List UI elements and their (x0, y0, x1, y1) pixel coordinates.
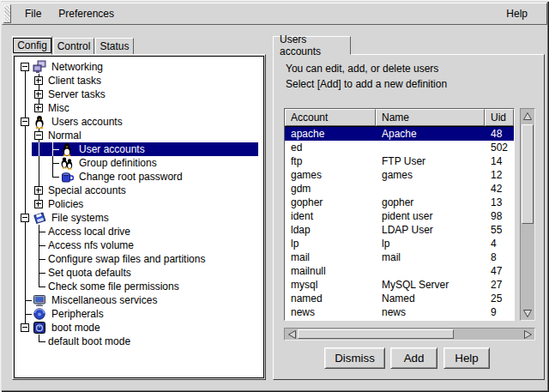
scroll-right-icon[interactable] (522, 329, 534, 340)
table-row[interactable]: mysqlMySQL Server27 (285, 278, 514, 292)
tree-item[interactable]: Policies (18, 197, 263, 211)
menubar-grip[interactable] (3, 4, 11, 23)
tree-guide (18, 87, 32, 101)
table-cell: news (376, 306, 485, 318)
tab-status[interactable]: Status (95, 38, 134, 55)
expand-icon[interactable] (34, 186, 43, 195)
tree-item[interactable]: Access local drive (18, 225, 263, 238)
tree-item[interactable]: Normal (18, 129, 263, 142)
description-line-1: You can edit, add, or delete users (286, 63, 438, 75)
tree-guide (18, 74, 32, 87)
column-header-account[interactable]: Account (285, 109, 376, 126)
expand-icon[interactable] (34, 200, 43, 208)
collapse-icon[interactable] (21, 214, 29, 222)
tree-item[interactable]: boot mode (18, 321, 263, 335)
table-cell: MySQL Server (376, 279, 485, 291)
tree-item[interactable]: Special accounts (18, 184, 263, 197)
table-cell: 55 (485, 224, 514, 236)
scroll-left-icon[interactable] (286, 329, 298, 340)
menu-preferences[interactable]: Preferences (50, 5, 123, 22)
misc-services-icon (33, 293, 46, 307)
tree-guide (32, 266, 45, 280)
table-row[interactable]: mailmail8 (285, 250, 514, 264)
tree-guide (32, 184, 45, 197)
tree-guide (32, 87, 45, 101)
tab-config-label: Config (13, 38, 51, 53)
tree-guide (18, 211, 32, 225)
tab-config[interactable]: Config (12, 36, 52, 55)
collapse-icon[interactable] (21, 323, 29, 332)
collapse-icon[interactable] (34, 131, 43, 140)
tree-item[interactable]: Users accounts (18, 115, 263, 129)
menu-help[interactable]: Help (498, 5, 536, 22)
tree-guide (18, 197, 32, 211)
tab-control[interactable]: Control (53, 38, 94, 55)
tree-item-label: default boot mode (45, 335, 133, 348)
tree-guide (32, 280, 45, 293)
column-header-name[interactable]: Name (376, 109, 485, 126)
table-row[interactable]: ed502 (285, 141, 514, 154)
tree-item[interactable]: Group definitions (18, 156, 263, 170)
table-row[interactable]: lplp4 (285, 237, 514, 250)
table-row[interactable]: gdm42 (285, 182, 514, 196)
tree-item[interactable]: Check some file permissions (18, 280, 263, 293)
linuxconf-window: File Preferences Help Config Control Sta… (0, 0, 549, 392)
table-row[interactable]: namedNamed25 (285, 292, 514, 305)
tree-guide (18, 293, 32, 307)
tree-guide (32, 238, 45, 252)
column-header-uid[interactable]: Uid (485, 109, 514, 126)
help-button[interactable]: Help (443, 347, 490, 369)
tree-item[interactable]: File systems (18, 211, 263, 225)
tree-guide (18, 184, 32, 197)
scroll-up-icon[interactable] (521, 110, 534, 122)
table-row[interactable]: apacheApache48 (285, 127, 514, 141)
add-button[interactable]: Add (390, 347, 437, 369)
table-row[interactable]: gophergopher13 (285, 196, 514, 209)
dismiss-button[interactable]: Dismiss (324, 347, 385, 369)
tree-item-label: File systems (49, 211, 112, 225)
table-row[interactable]: newsnews9 (285, 305, 514, 319)
vertical-scrollbar-thumb[interactable] (522, 124, 534, 224)
tree-item[interactable]: Configure swap files and partitions (18, 252, 263, 266)
table-row[interactable]: gamesgames12 (285, 168, 514, 182)
table-cell: 25 (485, 292, 514, 305)
collapse-icon[interactable] (21, 118, 29, 126)
menu-file[interactable]: File (16, 5, 50, 22)
horizontal-scrollbar[interactable] (284, 328, 535, 341)
tree-item-label: Configure swap files and partitions (45, 252, 208, 266)
expand-icon[interactable] (34, 76, 43, 85)
collapse-icon[interactable] (21, 63, 29, 71)
expand-icon[interactable] (34, 104, 43, 112)
tree-item[interactable]: Misc (18, 101, 263, 115)
vertical-scrollbar[interactable] (520, 108, 535, 321)
table-row[interactable]: mailnull47 (285, 264, 514, 278)
table-cell: mysql (285, 279, 376, 291)
tree-item[interactable]: Change root password (18, 170, 263, 184)
table-row[interactable]: ftpFTP User14 (285, 154, 514, 168)
table-row[interactable]: identpident user98 (285, 209, 514, 223)
tree-guide (45, 142, 59, 156)
tree-item[interactable]: User accounts (18, 142, 263, 156)
tree-guide (18, 252, 32, 266)
table-cell: apache (285, 128, 376, 140)
tab-users-accounts[interactable]: Users accounts (273, 36, 351, 55)
tree-item[interactable]: Client tasks (18, 74, 263, 87)
tree-guide (18, 225, 32, 238)
tree-item[interactable]: Access nfs volume (18, 238, 263, 252)
config-page: NetworkingClient tasksServer tasksMiscUs… (12, 54, 266, 380)
tree-item[interactable]: Server tasks (18, 87, 263, 101)
tree-item[interactable]: Peripherals (18, 307, 263, 321)
expand-icon[interactable] (34, 90, 43, 99)
table-cell: 9 (485, 306, 514, 318)
horizontal-scrollbar-thumb[interactable] (298, 329, 454, 339)
tree-item[interactable]: default boot mode (18, 335, 263, 348)
table-row[interactable]: ldapLDAP User55 (285, 223, 514, 237)
tree-item[interactable]: Networking (18, 60, 263, 74)
tree-item[interactable]: Set quota defaults (18, 266, 263, 280)
table-cell: mailnull (285, 265, 376, 277)
table-cell: ldap (285, 224, 376, 236)
networking-icon (33, 60, 46, 74)
config-tree: NetworkingClient tasksServer tasksMiscUs… (14, 56, 264, 378)
tree-item[interactable]: Miscellaneous services (18, 293, 263, 307)
scroll-down-icon[interactable] (521, 307, 534, 319)
